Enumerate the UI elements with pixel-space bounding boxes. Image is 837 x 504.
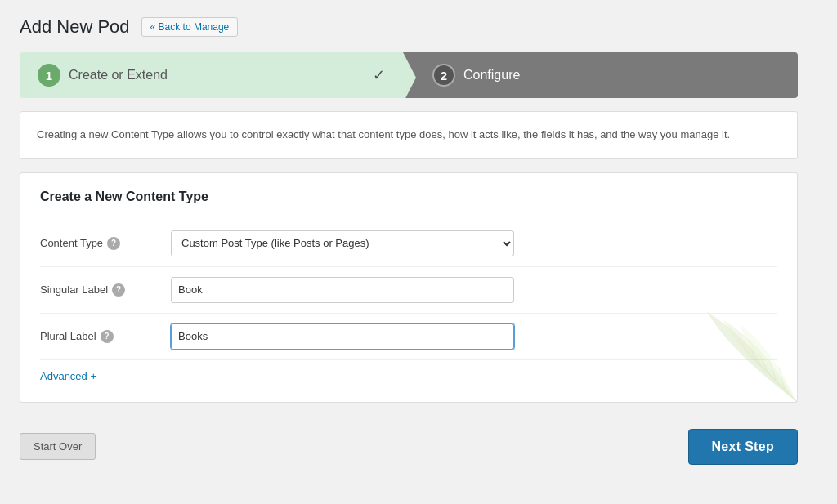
content-type-select[interactable]: Custom Post Type (like Posts or Pages) C…: [171, 230, 514, 256]
steps-bar: 1 Create or Extend ✓ 2 Configure: [20, 52, 798, 98]
singular-label-row: Singular Label ?: [40, 267, 777, 314]
next-step-button[interactable]: Next Step: [688, 429, 799, 465]
singular-label-label: Singular Label ?: [40, 283, 171, 297]
content-type-label: Content Type ?: [40, 237, 171, 250]
step-2-number: 2: [432, 64, 455, 87]
start-over-button[interactable]: Start Over: [20, 433, 96, 460]
content-type-control: Custom Post Type (like Posts or Pages) C…: [171, 230, 514, 256]
description-text: Creating a new Content Type allows you t…: [37, 127, 781, 144]
plural-label-label: Plural Label ?: [40, 330, 171, 343]
content-type-help-icon[interactable]: ?: [107, 237, 120, 250]
plural-label-control: [171, 323, 514, 350]
plural-label-row: Plural Label ?: [40, 314, 777, 360]
plural-label-help-icon[interactable]: ?: [101, 330, 114, 343]
back-to-manage-button[interactable]: « Back to Manage: [141, 17, 239, 37]
step-1-number: 1: [38, 64, 60, 87]
step-1-label: Create or Extend: [69, 68, 168, 83]
description-box: Creating a new Content Type allows you t…: [20, 111, 798, 159]
step-2-label: Configure: [463, 68, 520, 83]
form-card: Create a New Content Type Content Type ?…: [20, 172, 798, 403]
singular-label-help-icon[interactable]: ?: [112, 283, 125, 297]
form-card-title: Create a New Content Type: [40, 190, 777, 204]
singular-label-input[interactable]: [171, 277, 514, 303]
step-2: 2 Configure: [403, 52, 798, 98]
svg-line-0: [752, 357, 797, 402]
step-1: 1 Create or Extend ✓: [20, 52, 403, 98]
svg-line-5: [779, 367, 785, 390]
page-header: Add New Pod « Back to Manage: [20, 16, 798, 38]
plural-label-input[interactable]: [171, 323, 514, 350]
bottom-bar: Start Over Next Step: [20, 419, 798, 475]
page-title: Add New Pod: [20, 16, 130, 38]
content-type-row: Content Type ? Custom Post Type (like Po…: [40, 221, 777, 267]
advanced-link[interactable]: Advanced +: [40, 370, 96, 382]
singular-label-control: [171, 277, 514, 303]
step-1-checkmark: ✓: [373, 66, 385, 84]
svg-line-4: [769, 360, 777, 381]
